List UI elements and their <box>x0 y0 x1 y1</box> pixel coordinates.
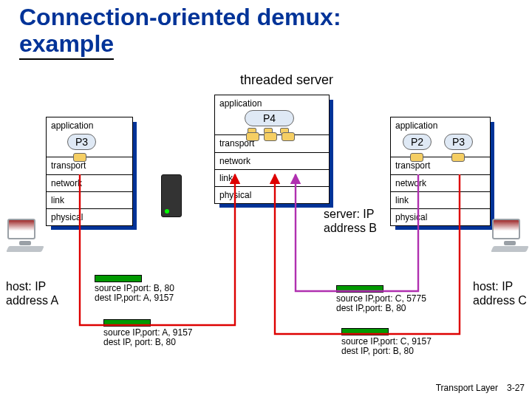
host-a-stack: application P3 transport network link ph… <box>46 117 133 226</box>
packet-c-top: source IP,port: C, 5775 dest IP,port: B,… <box>336 285 426 313</box>
socket-icon <box>246 132 259 141</box>
layer-label: application <box>219 98 262 109</box>
title-line-1: Connection-oriented demux: <box>19 4 341 30</box>
host-c-layer-physical: physical <box>391 209 490 225</box>
packet-line: dest IP,port: A, 9157 <box>95 293 174 303</box>
server-b-stack: application P4 transport network link ph… <box>214 95 330 204</box>
host-c-computer-icon <box>492 219 528 252</box>
server-b-label: server: IP address B <box>324 207 390 235</box>
footer-text: Transport Layer <box>436 383 498 393</box>
slide-title: Connection-oriented demux: example <box>19 4 341 58</box>
host-c-label: host: IP address C <box>473 279 532 307</box>
host-c-layer-network: network <box>391 175 490 192</box>
threaded-server-label: threaded server <box>240 72 333 88</box>
host-c-layer-transport: transport <box>391 157 490 175</box>
layer-label: transport <box>395 160 430 171</box>
layer-label: transport <box>51 160 86 171</box>
packet-a-recv: source IP,port: B, 80 dest IP,port: A, 9… <box>95 275 174 303</box>
host-c-stack: application P2 P3 transport network link… <box>390 117 491 226</box>
packet-bar <box>103 319 151 327</box>
socket-icon <box>264 132 277 141</box>
packet-line: dest IP, port: B, 80 <box>341 347 432 356</box>
server-rack-icon <box>161 174 182 217</box>
server-b-layer-application: application P4 <box>215 95 329 135</box>
host-c-layer-application: application P2 P3 <box>391 117 490 157</box>
server-b-layer-transport: transport <box>215 135 329 153</box>
layer-label: application <box>395 120 437 131</box>
host-a-layer-application: application P3 <box>47 117 132 157</box>
socket-icon <box>410 153 423 162</box>
title-line-2: example <box>19 30 114 60</box>
packet-bar <box>341 328 389 335</box>
packet-a-send: source IP,port: A, 9157 dest IP, port: B… <box>103 319 193 347</box>
host-a-label: host: IP address A <box>6 279 65 307</box>
slide-number: 3-27 <box>507 383 525 393</box>
packet-bar <box>95 275 142 282</box>
process-p4: P4 <box>245 110 294 126</box>
process-p2: P2 <box>403 134 432 150</box>
host-a-layer-transport: transport <box>47 157 132 175</box>
host-a-layer-physical: physical <box>47 209 132 225</box>
socket-icon <box>451 153 465 162</box>
packet-line: dest IP, port: B, 80 <box>103 338 193 347</box>
packet-bar <box>336 285 383 293</box>
host-a-layer-network: network <box>47 175 132 192</box>
server-b-layer-network: network <box>215 153 329 170</box>
server-b-layer-link: link <box>215 170 329 187</box>
server-b-layer-physical: physical <box>215 187 329 203</box>
packet-c-bot: source IP,port: C, 9157 dest IP, port: B… <box>341 328 432 356</box>
host-c-layer-link: link <box>391 192 490 209</box>
packet-line: dest IP,port: B, 80 <box>336 304 426 313</box>
host-a-layer-link: link <box>47 192 132 209</box>
socket-icon <box>282 132 295 141</box>
process-p3: P3 <box>67 134 96 150</box>
host-a-computer-icon <box>7 219 43 252</box>
process-p3-c: P3 <box>444 134 473 150</box>
layer-label: application <box>51 120 93 131</box>
socket-icon <box>73 153 86 162</box>
